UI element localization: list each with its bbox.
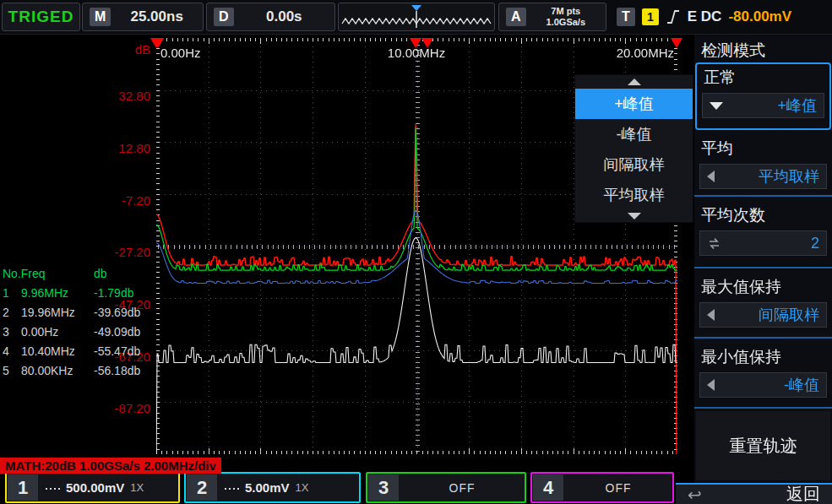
min-hold-select[interactable]: -峰值 (699, 372, 827, 398)
timebase-badge: M (90, 8, 111, 26)
section-average-count[interactable]: 平均次数 2 (694, 202, 832, 256)
back-bar[interactable]: ↩ 返回 (676, 483, 832, 504)
dropdown-item-interval-sample[interactable]: 间隔取样 (575, 149, 693, 180)
cycle-icon (707, 237, 721, 250)
trigger-status-label: TRIGED (8, 8, 74, 26)
oscilloscope-screen: TRIGED M 25.00ns D 0.00s A 7M pts 1.0GSa… (0, 0, 832, 504)
table-row: 2 19.96MHz -39.69db (3, 302, 155, 322)
db-tick-0: 32.80 (83, 89, 150, 103)
rising-edge-icon (666, 8, 681, 25)
average-count-value: 2 (811, 235, 819, 252)
header-no-freq: No.Freq (3, 267, 94, 280)
table-row: 1 9.96MHz -1.79db (3, 283, 155, 302)
divider (694, 407, 832, 409)
channel-3-box[interactable]: 3 OFF (366, 472, 526, 503)
dropdown-scroll-up[interactable] (575, 75, 693, 89)
waveform-preview-graphic (339, 3, 494, 30)
peak-measure-table: No.Freq db 1 9.96MHz -1.79db 2 19.96MHz … (3, 263, 155, 380)
channel-2-scale: 5.00mV (245, 480, 290, 495)
dropdown-scroll-down[interactable] (575, 210, 693, 222)
dropdown-item-peak-minus[interactable]: -峰值 (575, 119, 693, 149)
divider (694, 267, 832, 268)
section-average-label: 平均 (694, 135, 832, 160)
acquire-values: 7M pts 1.0GSa/s (533, 6, 599, 28)
channel-2-number: 2 (187, 474, 217, 501)
back-button[interactable]: 返回 (786, 483, 820, 504)
min-hold-value: -峰值 (784, 375, 819, 395)
channel-4-box[interactable]: 4 OFF (530, 472, 674, 503)
section-normal-label: 正常 (697, 64, 829, 89)
acquire-rate: 1.0GSa/s (547, 17, 585, 28)
trigger-badge: T (617, 8, 635, 26)
section-min-hold-label: 最小值保持 (694, 344, 832, 368)
normal-mode-value: +峰值 (777, 95, 817, 116)
peak-marker-triangle-icon (671, 38, 682, 48)
back-arrow-icon: ↩ (688, 486, 702, 503)
delay-value: 0.00s (241, 8, 328, 25)
divider (694, 337, 832, 339)
table-row: 4 10.40MHz -55.47db (3, 341, 155, 360)
timebase-value: 25.00ns (117, 8, 196, 25)
table-row: 5 80.00KHz -56.18db (3, 360, 155, 380)
average-mode-select[interactable]: 平均取样 (699, 164, 827, 189)
chevron-up-icon (628, 79, 641, 85)
average-count-stepper[interactable]: 2 (699, 230, 827, 256)
delay-badge: D (214, 8, 234, 26)
normal-mode-select[interactable]: +峰值 (702, 93, 824, 118)
channel-3-state: OFF (400, 481, 525, 495)
reset-trace-button[interactable]: 重置轨迹 (696, 411, 830, 480)
menu-title: 检测模式 (694, 35, 832, 63)
section-max-hold-label: 最大值保持 (694, 274, 832, 298)
max-hold-select[interactable]: 间隔取样 (699, 302, 827, 328)
waveform-preview[interactable] (338, 3, 495, 31)
trigger-mode: E DC (688, 8, 722, 25)
channel-2-probe: 1X (296, 481, 309, 494)
db-axis-title: dB (83, 42, 150, 57)
section-average[interactable]: 平均 平均取样 (694, 135, 832, 189)
channel-4-state: OFF (564, 481, 672, 495)
trigger-position-triangle-icon (411, 5, 421, 11)
dropdown-item-average-sample[interactable]: 平均取样 (575, 180, 693, 210)
section-min-hold[interactable]: 最小值保持 -峰值 (694, 344, 832, 398)
dc-coupling-icon (46, 485, 60, 490)
trigger-level: -80.00mV (728, 8, 791, 25)
acquire-badge: A (506, 8, 526, 26)
section-max-hold[interactable]: 最大值保持 间隔取样 (694, 274, 832, 328)
peak-marker-triangle-icon (410, 38, 421, 48)
acquire-readout[interactable]: A 7M pts 1.0GSa/s (498, 3, 606, 31)
timebase-readout[interactable]: M 25.00ns (82, 3, 204, 31)
channel-1-probe: 1X (130, 481, 144, 494)
channel-3-number: 3 (368, 474, 399, 501)
channel-4-number: 4 (533, 474, 563, 501)
freq-tick-left: 0.00Hz (160, 46, 201, 60)
trigger-status: TRIGED (2, 3, 80, 31)
table-header: No.Freq db (3, 263, 155, 283)
math-settings-bar: MATH:20dB 1.00GSa/s 2.00MHz/div (0, 458, 221, 474)
delay-readout[interactable]: D 0.00s (206, 3, 335, 31)
dropdown-item-peak-plus[interactable]: +峰值 (575, 89, 693, 119)
db-tick-1: 12.80 (83, 141, 150, 155)
section-average-count-label: 平均次数 (694, 202, 832, 226)
divider (694, 195, 832, 197)
peak-marker-triangle-icon (152, 38, 164, 48)
dc-coupling-icon (225, 485, 239, 490)
freq-tick-right: 20.00MHz (617, 46, 674, 60)
arrow-left-icon (707, 171, 715, 182)
section-normal[interactable]: 正常 +峰值 (695, 62, 831, 130)
trigger-readout[interactable]: T 1 E DC -80.00mV (610, 3, 798, 31)
dropdown-open-icon (710, 102, 723, 110)
arrow-left-icon (707, 379, 715, 391)
db-tick-6: -87.20 (83, 401, 150, 415)
channel-status-bar: 1 500.00mV 1X 2 5.00mV 1X 3 OFF 4 OFF (0, 472, 694, 504)
header-db: db (94, 267, 155, 280)
db-tick-2: -7.20 (83, 193, 150, 208)
top-status-bar: TRIGED M 25.00ns D 0.00s A 7M pts 1.0GSa… (0, 0, 832, 35)
max-hold-value: 间隔取样 (759, 305, 819, 325)
detect-mode-menu: 检测模式 正常 +峰值 平均 平均取样 平均次数 2 (694, 35, 832, 504)
trigger-source-badge: 1 (642, 8, 659, 25)
peak-marker-triangle-icon (421, 38, 433, 48)
table-row: 3 0.00Hz -49.09db (3, 322, 155, 341)
chevron-down-icon (628, 213, 641, 219)
channel-2-box[interactable]: 2 5.00mV 1X (184, 472, 361, 503)
channel-1-box[interactable]: 1 500.00mV 1X (5, 472, 180, 503)
